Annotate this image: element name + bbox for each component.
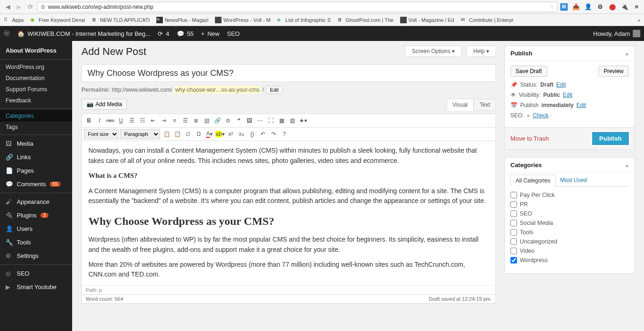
category-checkbox[interactable] [510,248,517,254]
category-checkbox[interactable] [510,229,517,236]
help-button[interactable]: ? [279,129,289,139]
sidebar-support[interactable]: Support Forums [0,84,72,95]
sidebar-feedback[interactable]: Feedback [0,95,72,106]
preview-button[interactable]: Preview [598,66,629,77]
paste-button[interactable]: 📋 [161,129,172,139]
seo-check-link[interactable]: Check [533,112,549,119]
special-char-button[interactable]: Ω [194,129,204,139]
category-checkbox[interactable] [510,192,517,198]
sidebar-plugins[interactable]: 🔌Plugins3 [0,209,72,222]
permalink-slug[interactable]: why-choose-wor…ss-as-your-cms [174,86,260,94]
bookmark[interactable]: ◈List of Infographic S [277,17,330,23]
toggle-icon[interactable]: ▴ [625,162,629,169]
align-left-button[interactable]: ≡ [169,115,180,126]
reload-button[interactable]: ⟳ [26,3,34,11]
howdy-user[interactable]: Howdy, Adam [593,30,640,37]
category-item[interactable]: Pay Per Click [510,190,629,200]
ext-icon[interactable]: 📥 [572,3,580,11]
category-checkbox[interactable] [510,238,517,245]
sidebar-wporg[interactable]: WordPress.org [0,61,72,73]
most-used-tab[interactable]: Most Used [556,175,591,186]
format-select[interactable]: Paragraph [120,129,160,139]
align-right-button[interactable]: ≣ [191,115,201,126]
publish-button[interactable]: Publish [592,132,629,145]
ext-icon[interactable]: ⬤ [609,3,616,11]
toggle-icon[interactable]: ▴ [625,50,629,57]
new-content[interactable]: +New [201,30,220,37]
add-media-button[interactable]: 📷Add Media [81,99,127,110]
help-tab[interactable]: Help ▾ [466,46,496,57]
bookmark-apps[interactable]: ⠿Apps [4,17,24,23]
outdent-button[interactable]: ⇤ [148,115,158,126]
ext-icon[interactable]: ⚙ [597,3,604,11]
editor-content[interactable]: Nowadays, you can install a Content Mana… [82,141,496,285]
fullscreen-button[interactable]: ⛶ [266,115,276,126]
sidebar-tools[interactable]: 🔧Tools [0,236,72,249]
italic-button[interactable]: I [94,115,105,126]
bold-button[interactable]: B [84,115,94,126]
undo-button[interactable]: ↶ [258,129,268,139]
post-title-input[interactable] [81,64,496,82]
category-item[interactable]: Social Media [510,218,629,228]
underline-button[interactable]: U [116,115,126,126]
bg-color-button[interactable]: ab▾ [215,129,225,139]
align-justify-button[interactable]: ▤ [201,115,212,126]
bookmark[interactable]: 🗎NEW TLD APPLICATI [92,17,150,23]
toolbar-toggle-button[interactable]: ▨ [287,115,297,126]
quote-button[interactable]: ❝ [234,115,244,126]
ul-button[interactable]: ☰ [127,115,137,126]
category-item[interactable]: Uncategorized [510,237,629,246]
category-item[interactable]: SEO [510,209,629,218]
image-button[interactable]: 🖼 [244,115,255,126]
ol-button[interactable]: ☷ [137,115,148,126]
table-button[interactable]: ▦ [276,115,287,126]
category-checkbox[interactable] [510,201,517,208]
ext-icon[interactable]: M [560,3,568,11]
edit-status-link[interactable]: Edit [556,81,566,88]
unlink-button[interactable]: ⊘ [223,115,233,126]
category-item[interactable]: Wordpress [510,256,629,265]
category-item[interactable]: Tools [510,228,629,237]
indent-button[interactable]: ⇥ [159,115,169,126]
strike-button[interactable]: ABC [105,115,115,126]
forward-button[interactable]: ▶ [15,3,23,11]
category-item[interactable]: Video [510,246,629,256]
bookmark[interactable]: ⬛WordPress - Volt - M [215,17,270,23]
category-checkbox[interactable] [510,210,517,217]
edit-publish-link[interactable]: Edit [577,102,586,108]
back-button[interactable]: ◀ [4,3,12,11]
sidebar-tags[interactable]: Tags [0,122,72,133]
sidebar-docs[interactable]: Documentation [0,73,72,84]
bookmark[interactable]: ✉Contribute | Enterpr [461,17,514,23]
paste-text-button[interactable]: 📋 [172,129,182,139]
bookmark[interactable]: ⬛Volt - Magazine / Ed [400,17,454,23]
category-checkbox[interactable] [510,257,517,263]
more-button[interactable]: ⋯ [255,115,265,126]
fontsize-select[interactable]: Font size [84,129,119,139]
align-center-button[interactable]: ☰ [180,115,190,126]
sidebar-media[interactable]: 🖼Media [0,137,72,150]
code-button[interactable]: {} [247,129,257,139]
sidebar-settings[interactable]: ⚙Settings [0,249,72,263]
sidebar-categories[interactable]: Categories [0,110,72,122]
ext-icon[interactable]: 👤 [584,3,592,11]
save-draft-button[interactable]: Save Draft [510,66,547,77]
updates[interactable]: ⟳4 [158,30,169,37]
category-checkbox[interactable] [510,220,517,226]
url-bar[interactable]: 🗎 www.wikiweb.com/wp-admin/post-new.php … [37,2,557,12]
sidebar-comments[interactable]: 💬Comments55 [0,177,72,191]
ext-icon[interactable]: 🔌 [621,3,628,11]
screen-options-tab[interactable]: Screen Options ▾ [405,46,462,57]
sidebar-users[interactable]: 👤Users [0,222,72,236]
move-to-trash-link[interactable]: Move to Trash [510,135,549,142]
bookmark[interactable]: NNewsPlus - Magazi [156,17,208,23]
sidebar-appearance[interactable]: 🖌Appearance [0,195,72,209]
bookmark-overflow[interactable]: » [637,17,640,23]
wp-logo[interactable]: ⓦ [4,29,10,38]
seo-menu[interactable]: SEO [227,30,240,37]
bookmark[interactable]: 🗎GhostPool.com | The [337,17,394,23]
edit-permalink-button[interactable]: Edit [266,86,283,94]
bookmark[interactable]: ◉Free Keyword Densi [30,17,85,23]
link-button[interactable]: 🔗 [212,115,222,126]
comments-bubble[interactable]: 💬55 [177,30,194,37]
